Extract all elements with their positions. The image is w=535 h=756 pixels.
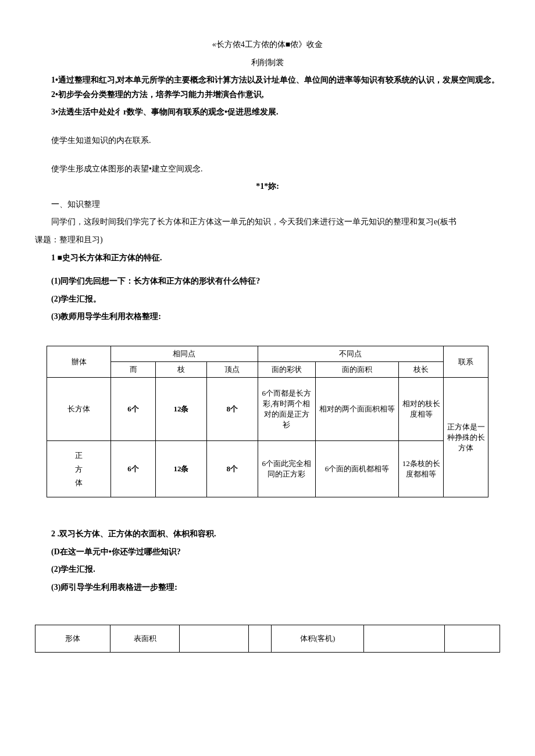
th-shape: 面的彩状: [258, 362, 315, 378]
cell-cuboid-area: 相对的两个面面枳相等: [315, 378, 399, 441]
para-3: 3•法透生活中处处彳r数学、事物间有联系的观念•促进思维发展.: [35, 105, 500, 120]
cell-cube-name-b: 方: [75, 465, 83, 474]
cell-cuboid-shape: 6个而都是长方彩,有时两个相对的面是正方衫: [258, 378, 315, 441]
para-7-span: 1 ■史习长方体和正方体的特征.: [51, 253, 162, 262]
cell-cube-edge: 12条: [155, 441, 206, 497]
cell-cube-len: 12条枝的长度都相等: [399, 441, 444, 497]
th-diff: 不同点: [258, 346, 443, 361]
table-features: 辦体 相同点 不同点 联系 而 枝 顶点 面的彩状 面的面积 枝长 长方体 6个…: [47, 346, 488, 497]
th2-blank4: [445, 625, 500, 652]
para-1-text: 1•通过整理和红习,对本单元所学的主要概念和计算方法以及计址单位、单位间的进率等…: [51, 76, 500, 84]
para-14-span: (3)师引导学生利用表格进一步整理:: [51, 583, 177, 592]
table-formulas: 形体 表面积 体积(客机): [35, 625, 500, 653]
para-13-span: (2)学生汇报.: [51, 565, 95, 574]
para-8: (1)同学们先回想一下：长方体和正方体的形状有什么特征?: [35, 274, 500, 289]
th2-blank1: [180, 625, 249, 652]
th-rel: 联系: [444, 346, 488, 377]
para-7: 1 ■史习长方体和正方体的特征.: [35, 250, 500, 266]
cell-cube-area: 6个面的面机都相等: [315, 441, 399, 497]
cell-cuboid-name: 长方体: [47, 378, 111, 441]
para-12: (D在这一单元中•你还学过哪些知识?: [35, 544, 500, 560]
doc-title: «长方侬4工方侬的体■侬》收金: [35, 37, 500, 53]
para-2-span: 2•初步学会分类整理的方法，培养学习能力并增演合作意识,: [51, 90, 263, 99]
para-10-span: (3)教师用导学生利用衣格整理:: [51, 312, 161, 321]
th-area: 面的面积: [315, 362, 399, 378]
para-4: 使学生知道知识的内在联系.: [35, 133, 500, 149]
th2-blank2: [249, 625, 272, 652]
para-13: (2)学生汇报.: [35, 562, 500, 578]
para-11-span: 2 .双习长方体、正方体的衣面枳、体枳和容积.: [51, 529, 216, 538]
cell-cuboid-len: 相对的枝长度相等: [399, 378, 444, 441]
para-14: (3)师引导学生利用表格进一步整理:: [35, 580, 500, 596]
cell-cube-name-c: 体: [75, 478, 83, 487]
cell-cube-vertex: 8个: [206, 441, 258, 497]
para-5: 使学生形成立体图形的表望•建立空间观念.: [35, 162, 500, 177]
para-12-span: (D在这一单元中•你还学过哪些知识?: [51, 547, 181, 556]
para-6a-text: 同学们，这段时间我们学完了长方体和正方体这一单元的知识，今天我们来进行这一单元知…: [51, 217, 456, 226]
table-row: 长方体 6个 12条 8个 6个而都是长方彩,有时两个相对的面是正方衫 相对的两…: [47, 378, 488, 441]
th2-body: 形体: [35, 625, 110, 652]
para-6b: 课题：整理和且习): [35, 232, 500, 248]
cell-cube-name-a: 正: [75, 451, 83, 460]
cell-cuboid-vertex: 8个: [206, 378, 258, 441]
th2-volume: 体积(客机): [272, 625, 364, 652]
th2-surface: 表面积: [110, 625, 180, 652]
th-face: 而: [111, 362, 156, 378]
para-6a: 同学们，这段时间我们学完了长方体和正方体这一单元的知识，今天我们来进行这一单元知…: [35, 214, 500, 230]
star-line: *1*妳:: [35, 179, 500, 195]
th-body: 辦体: [47, 346, 111, 377]
th2-blank3: [364, 625, 445, 652]
para-10: (3)教师用导学生利用衣格整理:: [35, 309, 500, 325]
para-8-span: (1)同学们先回想一下：长方体和正方体的形状有什么特征?: [51, 277, 260, 285]
table-row: 形体 表面积 体积(客机): [35, 625, 500, 652]
para-1: 1•通过整理和红习,对本单元所学的主要概念和计算方法以及计址单位、单位间的进率等…: [35, 73, 500, 88]
para-3-span: 3•法透生活中处处彳r数学、事物间有联系的观念•促进思维发展.: [51, 108, 279, 116]
cell-relation: 正方体是一种挣殊的长方体: [444, 378, 488, 497]
th-same: 相同点: [111, 346, 258, 361]
section-1-heading: 一、知识整理: [35, 197, 500, 213]
para-9-span: (2)学生汇报。: [51, 295, 101, 303]
para-2: 2•初步学会分类整理的方法，培养学习能力并增演合作意识,: [35, 87, 500, 103]
th-vertex: 顶点: [206, 362, 258, 378]
para-9: (2)学生汇报。: [35, 292, 500, 307]
cell-cube-name: 正 方 体: [47, 441, 111, 497]
cell-cube-face: 6个: [111, 441, 156, 497]
table-row: 辦体 相同点 不同点 联系: [47, 346, 488, 361]
table-row: 正 方 体 6个 12条 8个 6个面此完全相同的正方彩 6个面的面机都相等 1…: [47, 441, 488, 497]
table-row: 而 枝 顶点 面的彩状 面的面积 枝长: [47, 362, 488, 378]
cell-cuboid-face: 6个: [111, 378, 156, 441]
cell-cuboid-edge: 12条: [155, 378, 206, 441]
cell-cube-shape: 6个面此完全相同的正方彩: [258, 441, 315, 497]
th-edge: 枝: [155, 362, 206, 378]
para-11: 2 .双习长方体、正方体的衣面枳、体枳和容积.: [35, 526, 500, 542]
th-len: 枝长: [399, 362, 444, 378]
doc-subtitle: 利削制裳: [35, 55, 500, 71]
